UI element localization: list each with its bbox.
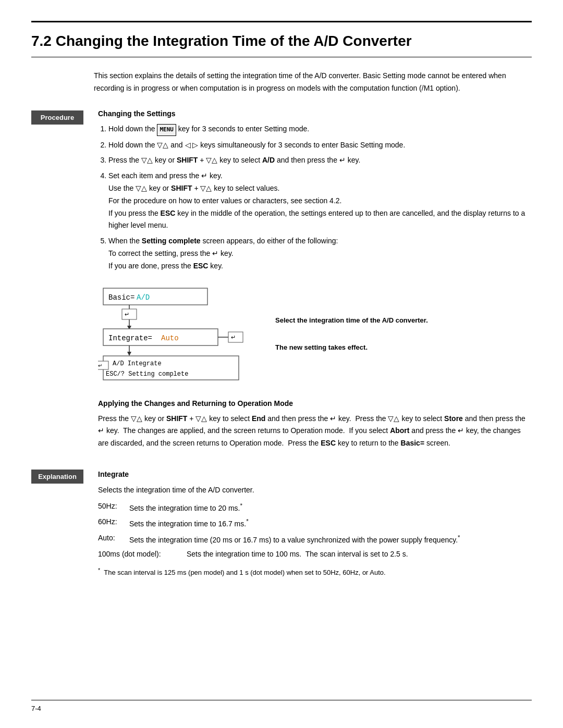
procedure-steps: Hold down the MENU key for 3 seconds to …: [98, 123, 532, 273]
chapter-header: 7.2 Changing the Integration Time of the…: [31, 21, 532, 57]
diagram-label-2: The new setting takes effect.: [275, 342, 428, 353]
option-auto: Auto: Sets the integration time (20 ms o…: [98, 532, 532, 547]
svg-text:ESC/?  Setting complete: ESC/? Setting complete: [106, 371, 188, 378]
intro-paragraph: This section explains the details of set…: [94, 70, 532, 95]
option-100ms-text: Sets the integration time to 100 ms. The…: [187, 548, 532, 561]
procedure-label: Procedure: [31, 110, 83, 125]
step-5: When the Setting complete screen appears…: [108, 235, 532, 272]
option-60hz: 60Hz: Sets the integration time to 16.7 …: [98, 515, 532, 530]
option-50hz: 50Hz: Sets the integration time to 20 ms…: [98, 500, 532, 515]
option-50hz-text: Sets the integration time to 20 ms.*: [129, 500, 532, 515]
option-auto-text: Sets the integration time (20 ms or 16.7…: [129, 532, 532, 547]
applying-text: Press the ▽△ key or SHIFT + ▽△ key to se…: [98, 413, 532, 450]
option-60hz-label: 60Hz:: [98, 515, 129, 528]
explanation-content: Integrate Selects the integration time o…: [98, 468, 532, 582]
svg-text:A/D Integrate: A/D Integrate: [113, 360, 162, 367]
page: 7.2 Changing the Integration Time of the…: [0, 0, 563, 728]
screen-diagram-container: Basic= A/D ↵ Integrate= Auto: [98, 283, 532, 389]
integrate-description: Selects the integration time of the A/D …: [98, 484, 532, 497]
explanation-label: Explanation: [31, 470, 83, 484]
diagram-svg: Basic= A/D ↵ Integrate= Auto: [98, 283, 265, 387]
svg-text:Integrate=: Integrate=: [108, 334, 152, 342]
explanation-section: Explanation Integrate Selects the integr…: [31, 468, 532, 582]
svg-text:↵: ↵: [98, 363, 102, 368]
step-4: Set each item and press the ↵ key. Use t…: [108, 170, 532, 232]
footnote: * The scan interval is 125 ms (pen model…: [98, 566, 532, 578]
option-100ms-label: 100ms (dot model):: [98, 548, 187, 561]
svg-marker-15: [127, 352, 131, 356]
changing-settings-heading: Changing the Settings: [98, 109, 532, 118]
page-number: 7-4: [31, 705, 41, 712]
step-2: Hold down the ▽△ and ◁ ▷ keys simultaneo…: [108, 139, 532, 152]
section-number: 7.2 Changing the Integration Time of the…: [31, 32, 412, 51]
svg-text:A/D: A/D: [137, 293, 150, 302]
page-footer: 7-4: [31, 700, 532, 712]
intro-text: This section explains the details of set…: [94, 70, 532, 95]
procedure-section: Procedure Changing the Settings Hold dow…: [31, 109, 532, 453]
option-50hz-label: 50Hz:: [98, 500, 129, 513]
option-60hz-text: Sets the integration time to 16.7 ms.*: [129, 515, 532, 530]
menu-key: MENU: [157, 124, 176, 136]
option-100ms: 100ms (dot model): Sets the integration …: [98, 548, 532, 561]
option-auto-label: Auto:: [98, 532, 129, 545]
procedure-content: Changing the Settings Hold down the MENU…: [98, 109, 532, 453]
applying-section: Applying the Changes and Returning to Op…: [98, 399, 532, 450]
svg-text:Basic=: Basic=: [108, 293, 134, 302]
step-3: Press the ▽△ key or SHIFT + ▽△ key to se…: [108, 154, 532, 167]
diagram-labels: Select the integration time of the A/D c…: [275, 315, 428, 356]
svg-text:Auto: Auto: [161, 334, 179, 342]
screen-diagram: Basic= A/D ↵ Integrate= Auto: [98, 283, 265, 389]
options-list: 50Hz: Sets the integration time to 20 ms…: [98, 500, 532, 561]
applying-heading: Applying the Changes and Returning to Op…: [98, 399, 532, 408]
svg-text:↵: ↵: [125, 311, 129, 317]
diagram-label-1: Select the integration time of the A/D c…: [275, 315, 428, 326]
svg-text:↵: ↵: [231, 334, 236, 340]
integrate-heading: Integrate: [98, 468, 532, 481]
step-1: Hold down the MENU key for 3 seconds to …: [108, 123, 532, 136]
page-title: 7.2 Changing the Integration Time of the…: [31, 32, 532, 51]
